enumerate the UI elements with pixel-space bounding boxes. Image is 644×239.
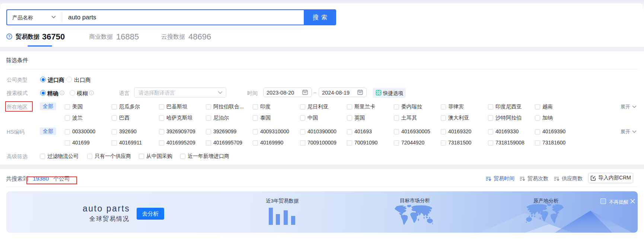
svg-text:?: ?: [8, 34, 10, 38]
